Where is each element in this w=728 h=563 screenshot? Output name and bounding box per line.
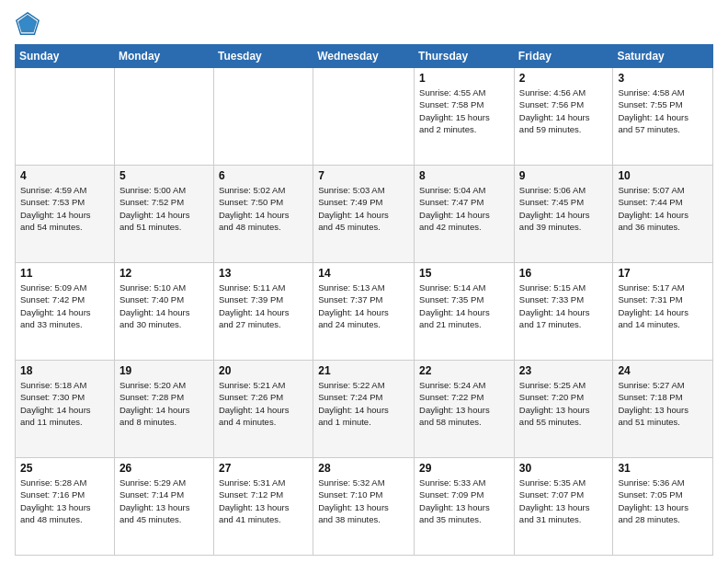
day-number: 31 <box>618 462 708 475</box>
day-info: Sunrise: 5:10 AM Sunset: 7:40 PM Dayligh… <box>119 282 209 330</box>
header <box>15 11 713 37</box>
calendar-cell: 25Sunrise: 5:28 AM Sunset: 7:16 PM Dayli… <box>16 458 115 556</box>
calendar-cell: 17Sunrise: 5:17 AM Sunset: 7:31 PM Dayli… <box>613 263 713 361</box>
calendar-cell: 1Sunrise: 4:55 AM Sunset: 7:58 PM Daylig… <box>415 68 515 166</box>
day-info: Sunrise: 5:14 AM Sunset: 7:35 PM Dayligh… <box>419 282 509 330</box>
calendar-cell: 19Sunrise: 5:20 AM Sunset: 7:28 PM Dayli… <box>114 361 213 458</box>
calendar-cell: 13Sunrise: 5:11 AM Sunset: 7:39 PM Dayli… <box>213 263 313 361</box>
day-info: Sunrise: 5:09 AM Sunset: 7:42 PM Dayligh… <box>20 282 109 330</box>
calendar-cell: 11Sunrise: 5:09 AM Sunset: 7:42 PM Dayli… <box>16 263 115 361</box>
week-row-1: 1Sunrise: 4:55 AM Sunset: 7:58 PM Daylig… <box>16 68 713 166</box>
calendar: SundayMondayTuesdayWednesdayThursdayFrid… <box>15 44 713 556</box>
day-info: Sunrise: 5:27 AM Sunset: 7:18 PM Dayligh… <box>618 379 708 428</box>
day-header-thursday: Thursday <box>415 45 515 68</box>
day-number: 20 <box>219 364 308 377</box>
day-number: 29 <box>419 462 509 475</box>
week-row-2: 4Sunrise: 4:59 AM Sunset: 7:53 PM Daylig… <box>16 166 713 263</box>
calendar-cell: 30Sunrise: 5:35 AM Sunset: 7:07 PM Dayli… <box>514 458 613 556</box>
day-number: 13 <box>219 267 308 280</box>
calendar-cell: 2Sunrise: 4:56 AM Sunset: 7:56 PM Daylig… <box>514 68 613 166</box>
day-info: Sunrise: 5:06 AM Sunset: 7:45 PM Dayligh… <box>519 184 609 233</box>
day-number: 14 <box>318 267 409 280</box>
calendar-cell <box>313 68 415 166</box>
calendar-cell: 29Sunrise: 5:33 AM Sunset: 7:09 PM Dayli… <box>415 458 515 556</box>
day-info: Sunrise: 5:20 AM Sunset: 7:28 PM Dayligh… <box>119 379 209 428</box>
day-number: 6 <box>219 169 308 182</box>
day-number: 24 <box>618 364 708 377</box>
calendar-cell: 26Sunrise: 5:29 AM Sunset: 7:14 PM Dayli… <box>114 458 213 556</box>
calendar-cell: 3Sunrise: 4:58 AM Sunset: 7:55 PM Daylig… <box>613 68 713 166</box>
week-row-3: 11Sunrise: 5:09 AM Sunset: 7:42 PM Dayli… <box>16 263 713 361</box>
day-number: 17 <box>618 267 708 280</box>
day-number: 9 <box>519 169 609 182</box>
day-number: 22 <box>419 364 509 377</box>
day-info: Sunrise: 5:32 AM Sunset: 7:10 PM Dayligh… <box>318 477 409 525</box>
day-number: 1 <box>419 72 509 85</box>
calendar-cell: 31Sunrise: 5:36 AM Sunset: 7:05 PM Dayli… <box>613 458 713 556</box>
day-header-saturday: Saturday <box>613 45 713 68</box>
day-info: Sunrise: 5:00 AM Sunset: 7:52 PM Dayligh… <box>119 184 209 233</box>
day-info: Sunrise: 5:03 AM Sunset: 7:49 PM Dayligh… <box>318 184 409 233</box>
day-info: Sunrise: 5:25 AM Sunset: 7:20 PM Dayligh… <box>519 379 609 428</box>
day-number: 4 <box>20 169 109 182</box>
week-row-4: 18Sunrise: 5:18 AM Sunset: 7:30 PM Dayli… <box>16 361 713 458</box>
day-header-friday: Friday <box>514 45 613 68</box>
day-header-tuesday: Tuesday <box>213 45 313 68</box>
day-info: Sunrise: 5:18 AM Sunset: 7:30 PM Dayligh… <box>20 379 109 428</box>
calendar-cell: 10Sunrise: 5:07 AM Sunset: 7:44 PM Dayli… <box>613 166 713 263</box>
day-number: 10 <box>618 169 708 182</box>
day-info: Sunrise: 4:59 AM Sunset: 7:53 PM Dayligh… <box>20 184 109 233</box>
calendar-cell: 24Sunrise: 5:27 AM Sunset: 7:18 PM Dayli… <box>613 361 713 458</box>
day-info: Sunrise: 5:02 AM Sunset: 7:50 PM Dayligh… <box>219 184 308 233</box>
day-header-sunday: Sunday <box>16 45 115 68</box>
day-number: 25 <box>20 462 109 475</box>
day-info: Sunrise: 5:28 AM Sunset: 7:16 PM Dayligh… <box>20 477 109 525</box>
calendar-cell: 14Sunrise: 5:13 AM Sunset: 7:37 PM Dayli… <box>313 263 415 361</box>
day-info: Sunrise: 4:55 AM Sunset: 7:58 PM Dayligh… <box>419 86 509 135</box>
calendar-cell: 27Sunrise: 5:31 AM Sunset: 7:12 PM Dayli… <box>213 458 313 556</box>
calendar-cell: 20Sunrise: 5:21 AM Sunset: 7:26 PM Dayli… <box>213 361 313 458</box>
day-info: Sunrise: 5:24 AM Sunset: 7:22 PM Dayligh… <box>419 379 509 428</box>
day-number: 15 <box>419 267 509 280</box>
calendar-cell: 18Sunrise: 5:18 AM Sunset: 7:30 PM Dayli… <box>16 361 115 458</box>
day-info: Sunrise: 5:21 AM Sunset: 7:26 PM Dayligh… <box>219 379 308 428</box>
day-number: 5 <box>119 169 209 182</box>
day-info: Sunrise: 5:04 AM Sunset: 7:47 PM Dayligh… <box>419 184 509 233</box>
day-number: 11 <box>20 267 109 280</box>
calendar-cell: 23Sunrise: 5:25 AM Sunset: 7:20 PM Dayli… <box>514 361 613 458</box>
calendar-cell: 16Sunrise: 5:15 AM Sunset: 7:33 PM Dayli… <box>514 263 613 361</box>
day-info: Sunrise: 5:11 AM Sunset: 7:39 PM Dayligh… <box>219 282 308 330</box>
calendar-cell: 21Sunrise: 5:22 AM Sunset: 7:24 PM Dayli… <box>313 361 415 458</box>
calendar-cell: 15Sunrise: 5:14 AM Sunset: 7:35 PM Dayli… <box>415 263 515 361</box>
calendar-cell <box>213 68 313 166</box>
logo-icon <box>15 11 40 37</box>
day-header-monday: Monday <box>114 45 213 68</box>
day-number: 8 <box>419 169 509 182</box>
day-info: Sunrise: 5:07 AM Sunset: 7:44 PM Dayligh… <box>618 184 708 233</box>
day-number: 19 <box>119 364 209 377</box>
day-info: Sunrise: 5:15 AM Sunset: 7:33 PM Dayligh… <box>519 282 609 330</box>
calendar-cell: 8Sunrise: 5:04 AM Sunset: 7:47 PM Daylig… <box>415 166 515 263</box>
calendar-cell <box>16 68 115 166</box>
day-info: Sunrise: 5:17 AM Sunset: 7:31 PM Dayligh… <box>618 282 708 330</box>
day-number: 23 <box>519 364 609 377</box>
day-number: 21 <box>318 364 409 377</box>
week-row-5: 25Sunrise: 5:28 AM Sunset: 7:16 PM Dayli… <box>16 458 713 556</box>
day-info: Sunrise: 4:56 AM Sunset: 7:56 PM Dayligh… <box>519 86 609 135</box>
day-number: 7 <box>318 169 409 182</box>
calendar-cell: 9Sunrise: 5:06 AM Sunset: 7:45 PM Daylig… <box>514 166 613 263</box>
calendar-cell: 4Sunrise: 4:59 AM Sunset: 7:53 PM Daylig… <box>16 166 115 263</box>
page: SundayMondayTuesdayWednesdayThursdayFrid… <box>0 0 728 563</box>
calendar-cell: 6Sunrise: 5:02 AM Sunset: 7:50 PM Daylig… <box>213 166 313 263</box>
day-header-wednesday: Wednesday <box>313 45 415 68</box>
calendar-cell: 7Sunrise: 5:03 AM Sunset: 7:49 PM Daylig… <box>313 166 415 263</box>
calendar-cell: 28Sunrise: 5:32 AM Sunset: 7:10 PM Dayli… <box>313 458 415 556</box>
day-info: Sunrise: 5:29 AM Sunset: 7:14 PM Dayligh… <box>119 477 209 525</box>
day-number: 26 <box>119 462 209 475</box>
calendar-cell: 22Sunrise: 5:24 AM Sunset: 7:22 PM Dayli… <box>415 361 515 458</box>
logo <box>15 11 44 37</box>
day-info: Sunrise: 5:36 AM Sunset: 7:05 PM Dayligh… <box>618 477 708 525</box>
calendar-cell <box>114 68 213 166</box>
day-number: 30 <box>519 462 609 475</box>
day-number: 12 <box>119 267 209 280</box>
